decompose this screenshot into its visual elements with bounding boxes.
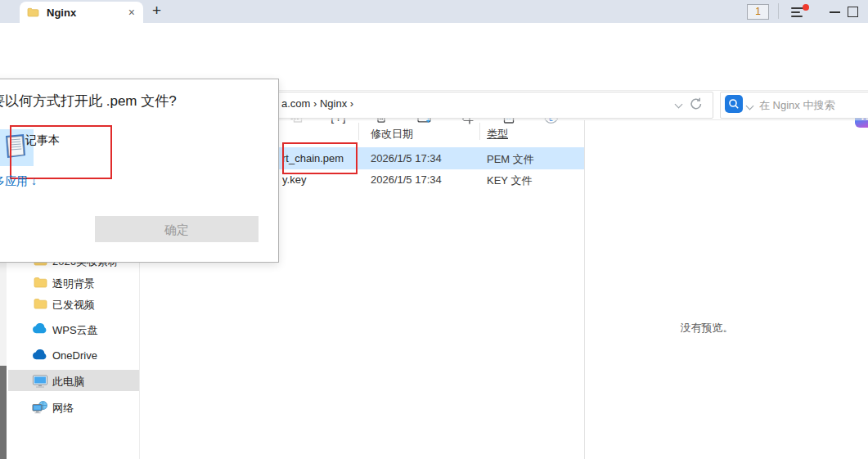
search-icon[interactable] bbox=[725, 95, 743, 113]
open-with-dialog: 要以何方式打开此 .pem 文件? 记事本 更多应用 ↓ 确定 bbox=[0, 79, 279, 263]
column-header-type[interactable]: 类型 bbox=[487, 127, 508, 142]
preview-empty-text: 没有预览。 bbox=[584, 321, 830, 335]
file-date: 2026/1/5 17:34 bbox=[371, 173, 442, 186]
preview-divider bbox=[584, 120, 585, 459]
annotation-box-filename bbox=[282, 142, 358, 174]
window-edge-strip bbox=[0, 261, 7, 366]
tab-count-badge[interactable]: 1 bbox=[747, 4, 769, 20]
sidebar-item-this-pc[interactable]: 此电脑 bbox=[8, 370, 139, 391]
file-date: 2026/1/5 17:34 bbox=[371, 152, 442, 164]
new-tab-button[interactable]: + bbox=[152, 2, 161, 20]
refresh-button[interactable] bbox=[689, 97, 704, 115]
sidebar-item-onedrive[interactable]: OneDrive bbox=[8, 344, 139, 366]
background-window-strip bbox=[0, 366, 7, 459]
column-divider bbox=[479, 123, 480, 140]
minimize-button[interactable] bbox=[830, 11, 840, 13]
tab-close-button[interactable]: × bbox=[128, 7, 135, 18]
folder-icon bbox=[31, 277, 49, 288]
ok-button[interactable]: 确定 bbox=[95, 216, 259, 242]
breadcrumb[interactable]: a.com › Nginx › bbox=[281, 97, 353, 110]
computer-icon bbox=[31, 375, 49, 388]
tab-title: Nginx bbox=[47, 7, 128, 19]
sidebar-item-wps-cloud[interactable]: WPS云盘 bbox=[8, 318, 139, 340]
onedrive-cloud-icon bbox=[31, 349, 49, 360]
sidebar-item-folder-3[interactable]: 已发视频 bbox=[8, 293, 139, 314]
wps-cloud-icon bbox=[31, 323, 49, 334]
tab-bar: Nginx × + 1 bbox=[0, 0, 868, 23]
file-name[interactable]: y.key bbox=[282, 173, 306, 186]
folder-icon bbox=[31, 298, 49, 309]
file-type: PEM 文件 bbox=[487, 152, 534, 167]
search-input[interactable] bbox=[758, 96, 863, 114]
folder-icon bbox=[27, 7, 39, 17]
file-type: KEY 文件 bbox=[487, 173, 532, 188]
sidebar-item-folder-2[interactable]: 透明背景 bbox=[8, 272, 139, 293]
more-apps-link[interactable]: 更多应用 ↓ bbox=[0, 174, 37, 189]
browser-tab-nginx[interactable]: Nginx × bbox=[20, 2, 143, 23]
dialog-title: 要以何方式打开此 .pem 文件? bbox=[0, 92, 177, 110]
sidebar-item-network[interactable]: 网络 bbox=[8, 396, 139, 417]
annotation-box-app bbox=[10, 125, 112, 179]
maximize-button[interactable] bbox=[848, 7, 858, 17]
column-divider bbox=[358, 123, 359, 140]
quick-launch-bar[interactable]: ★ 可拖动文档、软件、文件夹到此，点击快速打开 bbox=[0, 23, 868, 49]
divider bbox=[778, 3, 779, 19]
network-icon bbox=[31, 401, 49, 414]
notification-dot-icon bbox=[803, 4, 809, 11]
column-header-date[interactable]: 修改日期 bbox=[371, 127, 413, 142]
